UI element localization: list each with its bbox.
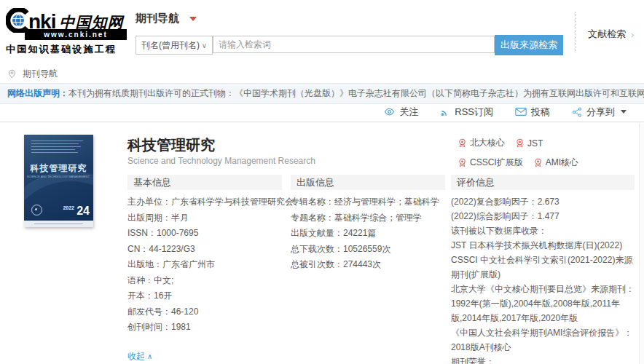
basic-info-section: 基本信息 主办单位：广东省科学学与科技管理研究会出版周期：半月ISSN：1000… — [127, 175, 282, 336]
medal-icon — [458, 138, 467, 148]
badge-label: CSSCI扩展版 — [470, 157, 523, 169]
mail-icon — [515, 107, 527, 116]
info-row: CN：44-1223/G3 — [127, 242, 282, 258]
badge-AMI核心: AMI核心 — [533, 157, 578, 169]
chevron-down-icon: ∨ — [202, 41, 207, 50]
cover-decoration — [24, 171, 93, 227]
breadcrumb: 期刊导航 — [0, 64, 644, 83]
evaluation-info-lines: (2022)复合影响因子：2.673(2022)综合影响因子：1.477该刊被以… — [451, 194, 635, 364]
chevron-up-icon: ∧ — [147, 352, 152, 360]
info-row: 创刊时间：1981 — [127, 320, 282, 336]
cnki-caption: 中国知识基础设施工程 — [6, 43, 131, 56]
action-label: 关注 — [399, 106, 418, 119]
publication-info-section: 出版信息 专辑名称：经济与管理科学；基础科学专题名称：基础科学综合；管理学出版文… — [291, 175, 445, 273]
cover-emblem-icon — [31, 205, 42, 215]
site-header: nki 中国知网 www.cnki.net 中国知识基础设施工程 期刊导航 刊名… — [0, 0, 644, 65]
info-row: 出版周期：半月 — [127, 210, 282, 226]
journal-nav-dropdown[interactable]: 期刊导航 — [136, 12, 197, 25]
info-row: ISSN：1000-7695 — [127, 226, 282, 242]
cover-year: 2022 — [63, 205, 74, 212]
basic-info-rows: 主办单位：广东省科学学与科技管理研究会出版周期：半月ISSN：1000-7695… — [127, 194, 282, 336]
search-field-select[interactable]: 刊名(曾用刊名) ∨ — [136, 36, 213, 55]
cover-subtitle: SCIENCE AND TECHNOLOGY MANAGEMENT RESEAR… — [27, 175, 90, 178]
document-search-label: 文献检索 — [588, 28, 626, 41]
collapse-link[interactable]: 收起∧ — [127, 350, 152, 363]
medal-icon — [458, 158, 467, 167]
publication-info-header: 出版信息 — [291, 175, 445, 190]
info-row: 开本：16开 — [127, 288, 282, 304]
evaluation-info-header: 评价信息 — [451, 175, 635, 190]
action-关注[interactable]: 关注 — [384, 106, 418, 119]
journal-nav-label: 期刊导航 — [136, 12, 179, 24]
online-publishing-notice: 网络出版声明： 本刊为拥有纸质期刊出版许可的正式刊物：《中国学术期刊（光盘版）》… — [0, 83, 644, 104]
basic-info-header: 基本信息 — [127, 175, 282, 190]
info-row: 语种：中文; — [127, 273, 282, 289]
info-row: 主办单位：广东省科学学与科技管理研究会 — [127, 194, 282, 210]
section-divider — [0, 122, 644, 122]
info-row: 总被引次数：274443次 — [291, 257, 445, 273]
medal-icon — [533, 158, 543, 167]
journal-badges: 北大核心JSTCSSCI扩展版AMI核心 — [458, 137, 610, 169]
action-label: 分享到 — [586, 106, 615, 119]
search-field-value: 刊名(曾用刊名) — [141, 39, 200, 52]
share-icon — [572, 107, 582, 117]
evaluation-info-section: 评价信息 (2022)复合影响因子：2.673(2022)综合影响因子：1.47… — [451, 175, 635, 364]
action-投稿[interactable]: 投稿 — [515, 106, 550, 119]
rss-icon — [440, 107, 450, 117]
journal-title: 科技管理研究 — [127, 135, 215, 155]
badge-label: JST — [527, 138, 543, 149]
badge-JST: JST — [515, 137, 543, 149]
info-row: 邮发代号：46-120 — [127, 304, 282, 320]
journal-title-en: Science and Technology Management Resear… — [127, 156, 315, 166]
journal-navigation-page: nki 中国知网 www.cnki.net 中国知识基础设施工程 期刊导航 刊名… — [0, 0, 644, 364]
evaluation-line: (2022)复合影响因子：2.673 — [451, 194, 635, 209]
badge-label: 北大核心 — [470, 137, 505, 149]
evaluation-line: CSSCI 中文社会科学引文索引(2021-2022)来源期刊(扩展版) — [451, 253, 635, 282]
cnki-logo[interactable]: nki 中国知网 www.cnki.net 中国知识基础设施工程 — [6, 7, 131, 56]
chevron-right-icon: › — [631, 29, 634, 40]
badge-北大核心: 北大核心 — [458, 137, 505, 149]
info-row: 总下载次数：10526559次 — [291, 242, 445, 258]
action-分享到[interactable]: 分享到 — [572, 106, 627, 119]
info-row: 专题名称：基础科学综合；管理学 — [291, 210, 445, 226]
action-RSS订阅[interactable]: RSS订阅 — [440, 106, 493, 119]
info-row: 出版文献量：24221篇 — [291, 226, 445, 242]
notice-label: 网络出版声明： — [7, 87, 68, 100]
search-input[interactable] — [213, 36, 495, 53]
badge-label: AMI核心 — [546, 157, 578, 169]
cover-issue: 24 — [76, 205, 90, 218]
action-label: 投稿 — [531, 106, 550, 119]
info-row: 专辑名称：经济与管理科学；基础科学 — [291, 194, 445, 210]
chevron-down-icon — [189, 17, 197, 21]
evaluation-line: 期刊荣誉： — [451, 355, 635, 364]
action-links: 关注RSS订阅投稿分享到 — [384, 103, 627, 121]
document-search-link[interactable]: 文献检索 › — [588, 28, 634, 41]
chevron-down-icon — [621, 110, 627, 114]
notice-text: 本刊为拥有纸质期刊出版许可的正式刊物：《中国学术期刊（光盘版）》电子杂志社有限公… — [68, 87, 644, 100]
cnki-globe-icon — [6, 8, 31, 33]
publication-source-search-button[interactable]: 出版来源检索 — [495, 35, 563, 55]
collapse-label: 收起 — [127, 351, 145, 361]
evaluation-line: 北京大学《中文核心期刊要目总览》来源期刊：1992年(第一版),2004年版,2… — [451, 282, 635, 325]
location-pin-icon — [7, 69, 17, 79]
scrollbar[interactable] — [639, 124, 644, 364]
journal-cover: 科技管理研究 SCIENCE AND TECHNOLOGY MANAGEMENT… — [24, 135, 93, 227]
action-label: RSS订阅 — [455, 106, 493, 119]
evaluation-line: 该刊被以下数据库收录： — [451, 223, 635, 238]
cover-title: 科技管理研究 — [24, 162, 93, 175]
badge-CSSCI扩展版: CSSCI扩展版 — [458, 157, 523, 169]
header-divider — [575, 12, 576, 52]
cover-decoration-lines — [31, 141, 83, 155]
eye-icon — [384, 106, 395, 117]
info-row: 出版地：广东省广州市 — [127, 257, 282, 273]
medal-icon — [515, 138, 525, 148]
evaluation-line: 《中国人文社会科学期刊AMI综合评价报告》：2018版A刊核心 — [451, 325, 635, 355]
evaluation-line: (2022)综合影响因子：1.477 — [451, 209, 635, 223]
evaluation-line: JST 日本科学技术振兴机构数据库(日)(2022) — [451, 238, 635, 253]
publication-info-rows: 专辑名称：经济与管理科学；基础科学专题名称：基础科学综合；管理学出版文献量：24… — [291, 194, 445, 273]
breadcrumb-label[interactable]: 期刊导航 — [23, 68, 58, 80]
cover-footer-strip — [24, 221, 93, 227]
